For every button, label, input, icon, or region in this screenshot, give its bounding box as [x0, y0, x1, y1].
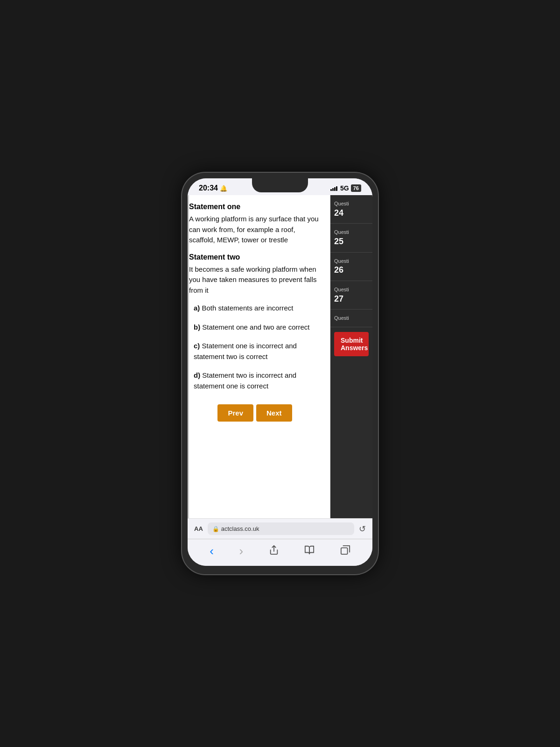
signal-bar-1 [330, 189, 332, 191]
option-a-letter: a) [194, 304, 200, 312]
sidebar: Questi 24 Questi 25 Questi 26 Questi 27 … [330, 195, 372, 518]
option-a[interactable]: a) Both statements are incorrect [189, 303, 321, 314]
status-icons: 5G 76 [330, 184, 361, 192]
refresh-button[interactable]: ↺ [359, 524, 366, 534]
url-text: actclass.co.uk [221, 525, 259, 532]
notch [252, 178, 308, 192]
sidebar-num-24: 24 [334, 208, 369, 218]
phone-screen: 20:34 🔔 5G 76 Statement one A w [188, 178, 372, 566]
statement-two-text: It becomes a safe working platform when … [189, 264, 321, 296]
signal-bar-2 [332, 188, 334, 191]
signal-bar-3 [334, 187, 336, 191]
battery-badge: 76 [351, 184, 361, 192]
signal-bar-4 [336, 186, 337, 191]
sidebar-item-27[interactable]: Questi 27 [330, 281, 372, 310]
option-d-text: Statement two is incorrect and statement… [194, 371, 296, 390]
statement-one-section: Statement one A working platform is any … [189, 203, 321, 246]
main-content: Statement one A working platform is any … [188, 195, 330, 518]
network-type: 5G [340, 184, 349, 192]
option-c-text: Statement one is incorrect and statement… [194, 342, 297, 360]
sidebar-label-26: Questi [334, 258, 349, 264]
sidebar-item-28[interactable]: Questi [330, 310, 372, 327]
tabs-button[interactable] [340, 545, 350, 558]
sidebar-label-28: Questi [334, 315, 349, 321]
content-wrapper: Statement one A working platform is any … [188, 195, 372, 518]
bookmarks-button[interactable] [304, 545, 315, 558]
back-button[interactable]: ‹ [210, 544, 214, 558]
option-d-letter: d) [194, 371, 200, 379]
statement-two-title: Statement two [189, 253, 321, 261]
option-c[interactable]: c) Statement one is incorrect and statem… [189, 341, 321, 362]
sidebar-label-25: Questi [334, 229, 349, 235]
sidebar-item-24[interactable]: Questi 24 [330, 195, 372, 224]
sidebar-num-26: 26 [334, 265, 369, 275]
statement-two-section: Statement two It becomes a safe working … [189, 253, 321, 296]
prev-button[interactable]: Prev [217, 404, 253, 422]
option-a-text: Both statements are incorrect [202, 304, 294, 312]
bottom-nav: ‹ › [188, 539, 372, 566]
svg-rect-1 [341, 548, 348, 554]
browser-bar: AA 🔒 actclass.co.uk ↺ [188, 518, 372, 539]
sidebar-label-24: Questi [334, 201, 349, 206]
submit-answers-button[interactable]: Submit Answers [334, 332, 369, 356]
forward-button[interactable]: › [239, 544, 243, 558]
phone-frame: 20:34 🔔 5G 76 Statement one A w [182, 173, 378, 574]
answer-options: a) Both statements are incorrect b) Stat… [189, 303, 321, 391]
option-b-text: Statement one and two are correct [202, 323, 309, 331]
status-time: 20:34 [199, 184, 218, 192]
lock-icon: 🔒 [212, 526, 219, 532]
browser-url-bar[interactable]: 🔒 actclass.co.uk [208, 522, 354, 535]
sidebar-item-25[interactable]: Questi 25 [330, 224, 372, 252]
option-b[interactable]: b) Statement one and two are correct [189, 322, 321, 333]
nav-buttons: Prev Next [189, 400, 321, 429]
signal-bars [330, 185, 337, 191]
sidebar-num-27: 27 [334, 294, 369, 304]
option-b-letter: b) [194, 323, 200, 331]
sidebar-item-26[interactable]: Questi 26 [330, 253, 372, 281]
share-button[interactable] [269, 545, 279, 558]
next-button[interactable]: Next [256, 404, 292, 422]
statement-one-title: Statement one [189, 203, 321, 211]
notification-icon: 🔔 [220, 185, 227, 192]
statement-one-text: A working platform is any surface that y… [189, 214, 321, 246]
option-c-letter: c) [194, 342, 200, 350]
browser-aa-button[interactable]: AA [194, 525, 203, 532]
sidebar-num-25: 25 [334, 236, 369, 247]
option-d[interactable]: d) Statement two is incorrect and statem… [189, 370, 321, 391]
sidebar-label-27: Questi [334, 287, 349, 292]
